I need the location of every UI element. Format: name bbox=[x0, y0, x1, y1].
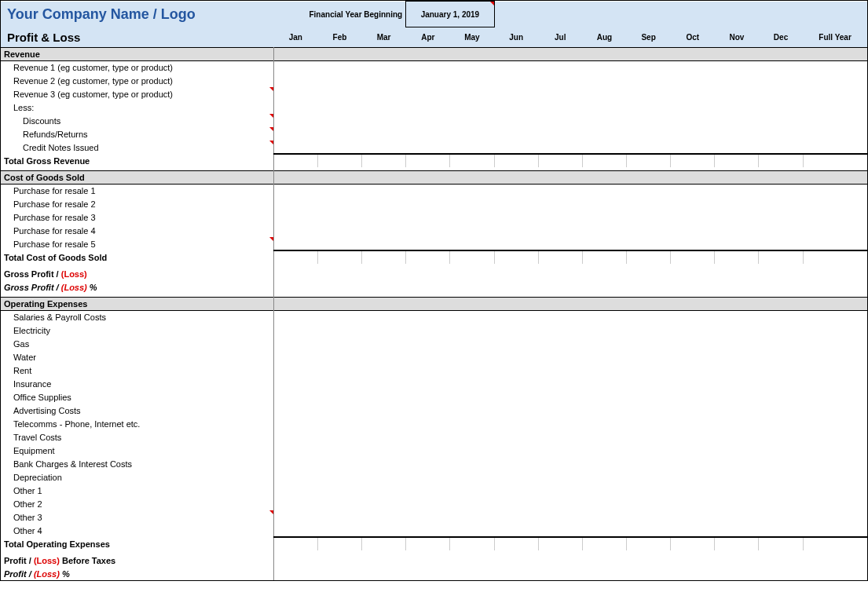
table-row[interactable]: Revenue 3 (eg customer, type or product) bbox=[1, 87, 867, 100]
row-label: Bank Charges & Interest Costs bbox=[1, 457, 273, 470]
gross-profit-pct: Gross Profit / (Loss) % bbox=[1, 280, 867, 294]
table-row[interactable]: Water bbox=[1, 350, 867, 364]
gross-profit-pct-label: Gross Profit / (Loss) % bbox=[1, 280, 273, 294]
profit-before-taxes: Profit / (Loss) Before Taxes bbox=[1, 554, 867, 567]
row-label: Water bbox=[1, 350, 273, 364]
section-revenue-title: Revenue bbox=[1, 47, 273, 60]
month-dec: Dec bbox=[759, 27, 803, 48]
row-label: Purchase for resale 1 bbox=[1, 184, 273, 197]
row-label: Advertising Costs bbox=[1, 404, 273, 417]
title-row: Profit & Loss Jan Feb Mar Apr May Jun Ju… bbox=[1, 27, 867, 48]
table-row[interactable]: Equipment bbox=[1, 444, 867, 457]
section-revenue: Revenue bbox=[1, 47, 867, 60]
total-cogs: Total Cost of Goods Sold bbox=[1, 250, 867, 264]
month-aug: Aug bbox=[582, 27, 626, 48]
header-row: Your Company Name / Logo Financial Year … bbox=[1, 2, 867, 27]
month-mar: Mar bbox=[362, 27, 406, 48]
profit-loss-table: Your Company Name / Logo Financial Year … bbox=[1, 1, 867, 580]
table-row[interactable]: Refunds/Returns bbox=[1, 127, 867, 141]
profit-pct: Profit / (Loss) % bbox=[1, 567, 867, 580]
row-label: Insurance bbox=[1, 377, 273, 390]
row-label: Other 3 bbox=[1, 510, 273, 524]
month-oct: Oct bbox=[671, 27, 715, 48]
total-label: Total Cost of Goods Sold bbox=[1, 250, 273, 264]
row-label: Gas bbox=[1, 337, 273, 350]
month-fullyear: Full Year bbox=[803, 27, 867, 48]
month-nov: Nov bbox=[715, 27, 759, 48]
row-label: Electricity bbox=[1, 323, 273, 337]
row-label: Travel Costs bbox=[1, 430, 273, 444]
section-opex: Operating Expenses bbox=[1, 297, 867, 310]
table-row[interactable]: Gas bbox=[1, 337, 867, 350]
table-row[interactable]: Revenue 1 (eg customer, type or product) bbox=[1, 60, 867, 74]
company-name[interactable]: Your Company Name / Logo bbox=[1, 2, 273, 27]
total-label: Total Operating Expenses bbox=[1, 537, 273, 550]
table-row[interactable]: Purchase for resale 5 bbox=[1, 237, 867, 250]
total-gross-revenue: Total Gross Revenue bbox=[1, 154, 867, 167]
row-label: Purchase for resale 4 bbox=[1, 224, 273, 237]
month-feb: Feb bbox=[317, 27, 361, 48]
row-label: Other 4 bbox=[1, 524, 273, 537]
row-label: Purchase for resale 2 bbox=[1, 197, 273, 210]
spreadsheet-container: Your Company Name / Logo Financial Year … bbox=[0, 0, 868, 581]
row-label: Purchase for resale 3 bbox=[1, 210, 273, 224]
table-row[interactable]: Other 3 bbox=[1, 510, 867, 524]
row-label: Less: bbox=[1, 100, 273, 114]
table-row[interactable]: Depreciation bbox=[1, 470, 867, 484]
table-row[interactable]: Salaries & Payroll Costs bbox=[1, 310, 867, 323]
row-label: Telecomms - Phone, Internet etc. bbox=[1, 417, 273, 430]
table-row[interactable]: Travel Costs bbox=[1, 430, 867, 444]
table-row[interactable]: Purchase for resale 2 bbox=[1, 197, 867, 210]
table-row[interactable]: Purchase for resale 1 bbox=[1, 184, 867, 197]
row-label: Refunds/Returns bbox=[1, 127, 273, 141]
table-row[interactable]: Purchase for resale 4 bbox=[1, 224, 867, 237]
table-row[interactable]: Credit Notes Issued bbox=[1, 141, 867, 154]
row-label: Rent bbox=[1, 364, 273, 377]
table-row[interactable]: Other 1 bbox=[1, 484, 867, 497]
month-jan: Jan bbox=[273, 27, 317, 48]
row-label: Revenue 3 (eg customer, type or product) bbox=[1, 87, 273, 100]
table-row[interactable]: Insurance bbox=[1, 377, 867, 390]
table-row[interactable]: Less: bbox=[1, 100, 867, 114]
row-label: Revenue 2 (eg customer, type or product) bbox=[1, 74, 273, 87]
month-sep: Sep bbox=[627, 27, 671, 48]
total-opex: Total Operating Expenses bbox=[1, 537, 867, 550]
table-row[interactable]: Discounts bbox=[1, 114, 867, 127]
fy-value[interactable]: January 1, 2019 bbox=[406, 2, 494, 27]
table-row[interactable]: Revenue 2 (eg customer, type or product) bbox=[1, 74, 867, 87]
profit-pct-label: Profit / (Loss) % bbox=[1, 567, 273, 580]
month-apr: Apr bbox=[406, 27, 450, 48]
table-row[interactable]: Electricity bbox=[1, 323, 867, 337]
month-jul: Jul bbox=[538, 27, 582, 48]
table-row[interactable]: Other 2 bbox=[1, 497, 867, 510]
pbt-label: Profit / (Loss) Before Taxes bbox=[1, 554, 273, 567]
section-opex-title: Operating Expenses bbox=[1, 297, 273, 310]
row-label: Equipment bbox=[1, 444, 273, 457]
table-row[interactable]: Rent bbox=[1, 364, 867, 377]
table-row[interactable]: Office Supplies bbox=[1, 390, 867, 404]
row-label: Office Supplies bbox=[1, 390, 273, 404]
table-row[interactable]: Advertising Costs bbox=[1, 404, 867, 417]
row-label: Discounts bbox=[1, 114, 273, 127]
row-label: Salaries & Payroll Costs bbox=[1, 310, 273, 323]
section-cogs: Cost of Goods Sold bbox=[1, 170, 867, 184]
row-label: Depreciation bbox=[1, 470, 273, 484]
table-row[interactable]: Other 4 bbox=[1, 524, 867, 537]
gross-profit-label: Gross Profit / (Loss) bbox=[1, 267, 273, 280]
month-jun: Jun bbox=[494, 27, 538, 48]
row-label: Revenue 1 (eg customer, type or product) bbox=[1, 60, 273, 74]
table-row[interactable]: Telecomms - Phone, Internet etc. bbox=[1, 417, 867, 430]
fy-label: Financial Year Beginning bbox=[273, 2, 406, 27]
section-cogs-title: Cost of Goods Sold bbox=[1, 170, 273, 184]
row-label: Credit Notes Issued bbox=[1, 141, 273, 154]
row-label: Purchase for resale 5 bbox=[1, 237, 273, 250]
table-row[interactable]: Purchase for resale 3 bbox=[1, 210, 867, 224]
gross-profit: Gross Profit / (Loss) bbox=[1, 267, 867, 280]
total-label: Total Gross Revenue bbox=[1, 154, 273, 167]
month-may: May bbox=[450, 27, 494, 48]
row-label: Other 2 bbox=[1, 497, 273, 510]
page-title: Profit & Loss bbox=[1, 27, 273, 48]
row-label: Other 1 bbox=[1, 484, 273, 497]
table-row[interactable]: Bank Charges & Interest Costs bbox=[1, 457, 867, 470]
